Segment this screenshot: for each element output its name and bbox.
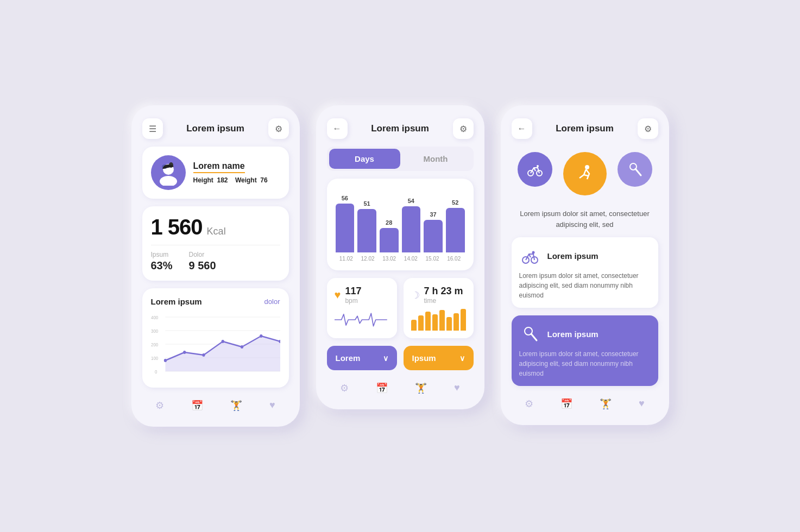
settings-button[interactable]: ⚙ (268, 118, 289, 139)
pingpong-activity-card: Lorem ipsum Lorem ipsum dolor sit amet, … (512, 315, 658, 386)
svg-point-16 (183, 351, 186, 354)
nav-calendar[interactable]: 📅 (191, 400, 203, 411)
svg-text:300: 300 (151, 328, 158, 334)
bar-1 (336, 204, 355, 252)
chart-title: Lorem ipsum (151, 297, 202, 306)
ipsum-label: Ipsum (412, 353, 436, 363)
metric-ipsum: Ipsum 63% (151, 251, 173, 272)
svg-point-25 (585, 165, 589, 169)
chart-title-row: Lorem ipsum dolor (151, 297, 280, 306)
bar-dates: 11.02 12.02 13.02 14.02 15.02 16.02 (336, 256, 465, 262)
running-icon[interactable] (563, 152, 607, 195)
heart-stat-header: ♥ 117 bpm (335, 286, 389, 305)
sleep-unit: time (424, 297, 463, 305)
screen3-header: ← Lorem ipsum ⚙ (512, 118, 658, 139)
screen2-bottom-nav: ⚙ 📅 🏋 ♥ (327, 378, 474, 396)
svg-line-27 (635, 169, 641, 175)
sleep-value: 7 h 23 m (424, 286, 463, 297)
pingpong-activity-desc: Lorem ipsum dolor sit amet, consectetuer… (519, 349, 651, 378)
bar-4 (402, 206, 421, 252)
ipsum-label: Ipsum (151, 251, 173, 258)
screen3-title: Lorem ipsum (556, 123, 614, 134)
svg-point-1 (160, 176, 177, 186)
nav2-settings[interactable]: ⚙ (340, 382, 349, 394)
svg-point-15 (163, 359, 166, 362)
tab-month[interactable]: Month (400, 149, 471, 169)
sport-description: Lorem ipsum dolor sit amet, consectetuer… (512, 208, 658, 230)
cycling-icon[interactable] (518, 152, 552, 187)
nav-heart[interactable]: ♥ (269, 400, 275, 411)
sports-icons (512, 147, 658, 201)
bar-col-5: 37 (424, 211, 443, 252)
screen3-bottom-nav: ⚙ 📅 🏋 ♥ (512, 394, 658, 412)
bar-col-1: 56 (336, 195, 355, 252)
heart-value: 117 (345, 286, 361, 297)
bar-col-4: 54 (402, 198, 421, 252)
svg-point-18 (221, 340, 224, 343)
nav2-calendar[interactable]: 📅 (376, 382, 388, 394)
tab-days[interactable]: Days (329, 149, 400, 169)
nav-settings[interactable]: ⚙ (155, 400, 164, 411)
profile-name: Lorem name (193, 161, 245, 173)
screen1-bottom-nav: ⚙ 📅 🏋 ♥ (142, 395, 289, 414)
settings-button-2[interactable]: ⚙ (453, 118, 474, 139)
chart-card: Lorem ipsum dolor 400 300 200 100 0 (142, 288, 289, 388)
cycling-activity-header: Lorem ipsum (519, 245, 651, 267)
ipsum-dropdown[interactable]: Ipsum ∨ (404, 346, 474, 370)
svg-point-30 (532, 251, 534, 254)
heart-icon: ♥ (335, 289, 341, 301)
settings-button-3[interactable]: ⚙ (638, 118, 658, 139)
bar-chart: 56 51 28 54 37 (336, 187, 465, 252)
screen1-title: Lorem ipsum (186, 123, 244, 134)
svg-point-17 (202, 353, 205, 357)
bar-2 (357, 209, 376, 252)
nav2-heart[interactable]: ♥ (454, 382, 460, 394)
kcal-display: 1 560 Kcal (151, 215, 280, 239)
ipsum-value: 63% (151, 259, 173, 272)
svg-text:100: 100 (151, 356, 158, 362)
profile-stats: Height 182 Weight 76 (193, 176, 280, 184)
lorem-chevron: ∨ (383, 354, 388, 363)
svg-text:400: 400 (151, 315, 158, 321)
heart-stat-info: 117 bpm (345, 286, 361, 305)
profile-info: Lorem name Height 182 Weight 76 (193, 161, 280, 184)
sleep-bars (411, 309, 466, 331)
height-label: Height (193, 176, 213, 184)
kcal-card: 1 560 Kcal Ipsum 63% Dolor 9 560 (142, 206, 289, 281)
pingpong-activity-header: Lorem ipsum (519, 323, 651, 345)
screen-1: ☰ Lorem ipsum ⚙ Lorem n (131, 105, 300, 427)
kcal-value: 1 560 (151, 215, 203, 239)
nav3-heart[interactable]: ♥ (639, 398, 645, 410)
bar-5 (424, 220, 443, 252)
screen-3: ← Lorem ipsum ⚙ (501, 105, 669, 425)
bar-col-3: 28 (380, 219, 399, 252)
svg-point-19 (240, 345, 243, 349)
back-button-3[interactable]: ← (512, 118, 532, 139)
menu-icon: ☰ (149, 124, 156, 134)
lorem-dropdown[interactable]: Lorem ∨ (327, 346, 397, 370)
nav3-settings[interactable]: ⚙ (525, 398, 533, 410)
nav2-workout[interactable]: 🏋 (415, 382, 427, 394)
pingpong-icon[interactable] (618, 152, 652, 187)
pingpong-activity-title: Lorem ipsum (547, 330, 599, 339)
cycling-activity-title: Lorem ipsum (547, 251, 599, 261)
tabs-row: Days Month (327, 147, 474, 171)
ipsum-chevron: ∨ (459, 354, 465, 363)
nav3-calendar[interactable]: 📅 (560, 398, 572, 410)
svg-text:200: 200 (151, 342, 158, 348)
cycling-activity-card: Lorem ipsum Lorem ipsum dolor sit amet, … (512, 237, 658, 308)
dropdowns-row: Lorem ∨ Ipsum ∨ (327, 346, 474, 370)
lorem-label: Lorem (336, 353, 361, 363)
moon-icon: ☽ (411, 289, 420, 301)
svg-point-24 (537, 165, 539, 167)
bar-6 (446, 208, 465, 252)
cycling-activity-icon (519, 245, 541, 267)
metrics-row: Ipsum 63% Dolor 9 560 (151, 245, 280, 272)
menu-button[interactable]: ☰ (142, 118, 163, 139)
screen2-title: Lorem ipsum (371, 123, 429, 134)
back-button-2[interactable]: ← (327, 118, 348, 139)
svg-line-32 (531, 334, 537, 340)
bar-chart-card: 56 51 28 54 37 (327, 179, 474, 270)
nav-workout[interactable]: 🏋 (230, 400, 242, 411)
nav3-workout[interactable]: 🏋 (600, 398, 612, 410)
